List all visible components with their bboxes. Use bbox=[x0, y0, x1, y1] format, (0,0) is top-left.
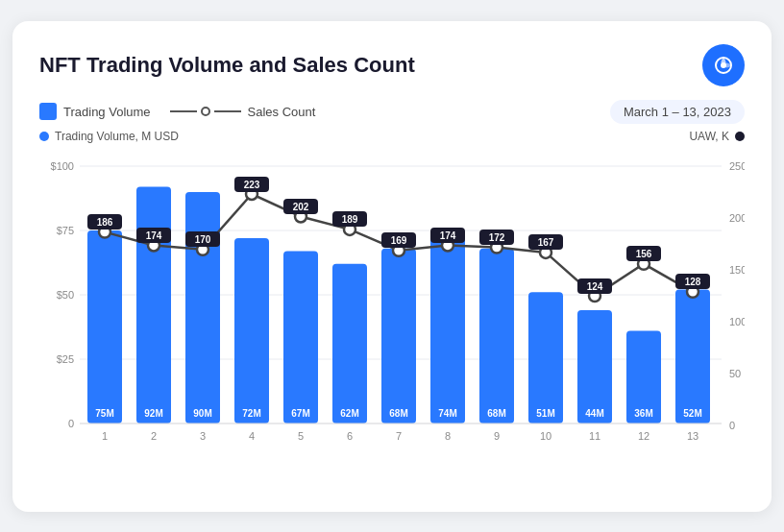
svg-text:67M: 67M bbox=[291, 408, 309, 419]
svg-text:74M: 74M bbox=[438, 408, 456, 419]
svg-text:200: 200 bbox=[729, 212, 745, 224]
svg-text:128: 128 bbox=[685, 277, 701, 287]
svg-text:13: 13 bbox=[687, 430, 698, 442]
svg-text:172: 172 bbox=[489, 232, 505, 243]
svg-text:2: 2 bbox=[151, 430, 157, 442]
svg-text:9: 9 bbox=[494, 430, 500, 442]
svg-text:68M: 68M bbox=[487, 408, 505, 419]
svg-text:0: 0 bbox=[68, 418, 74, 429]
axis-dot-left bbox=[39, 132, 49, 141]
bar-13 bbox=[675, 289, 710, 423]
svg-text:223: 223 bbox=[244, 180, 260, 190]
bar-6 bbox=[332, 263, 367, 423]
legend-trading-volume: Trading Volume bbox=[39, 103, 151, 120]
svg-text:90M: 90M bbox=[193, 408, 211, 419]
svg-text:169: 169 bbox=[391, 235, 407, 246]
legend-left: Trading Volume Sales Count bbox=[39, 103, 315, 120]
svg-text:8: 8 bbox=[445, 430, 451, 442]
svg-text:174: 174 bbox=[146, 230, 162, 241]
svg-text:$75: $75 bbox=[57, 225, 74, 236]
svg-text:186: 186 bbox=[97, 217, 113, 228]
svg-text:10: 10 bbox=[540, 430, 551, 442]
legend-box-icon bbox=[39, 103, 57, 120]
legend-line-icon bbox=[170, 110, 197, 112]
svg-text:250: 250 bbox=[729, 160, 745, 172]
svg-text:92M: 92M bbox=[144, 408, 162, 419]
bar-2 bbox=[136, 186, 171, 423]
axis-labels-row: Trading Volume, M USD UAW, K bbox=[39, 130, 745, 143]
svg-text:$25: $25 bbox=[57, 353, 74, 365]
legend-sales-count-label: Sales Count bbox=[248, 105, 316, 119]
svg-text:150: 150 bbox=[729, 264, 745, 276]
bar-1 bbox=[87, 230, 122, 423]
legend-line-icon2 bbox=[214, 110, 241, 112]
svg-text:51M: 51M bbox=[536, 408, 554, 419]
bar-10 bbox=[528, 292, 563, 423]
chart-svg: $100 $75 $50 $25 0 250 200 150 100 50 0 … bbox=[39, 147, 745, 493]
chart-title: NFT Trading Volume and Sales Count bbox=[39, 53, 415, 78]
svg-text:0: 0 bbox=[729, 420, 735, 431]
svg-text:167: 167 bbox=[538, 237, 554, 248]
legend-sales-count: Sales Count bbox=[170, 105, 316, 119]
svg-text:72M: 72M bbox=[242, 408, 260, 419]
svg-text:7: 7 bbox=[396, 430, 402, 442]
svg-text:52M: 52M bbox=[683, 408, 701, 419]
bar-3 bbox=[185, 192, 220, 423]
svg-text:36M: 36M bbox=[634, 408, 652, 419]
svg-text:5: 5 bbox=[298, 430, 304, 442]
chart-area: $100 $75 $50 $25 0 250 200 150 100 50 0 … bbox=[39, 147, 745, 493]
bar-8 bbox=[430, 232, 465, 423]
chart-card: NFT Trading Volume and Sales Count Tradi… bbox=[12, 21, 772, 512]
legend-trading-volume-label: Trading Volume bbox=[63, 105, 151, 119]
svg-text:12: 12 bbox=[638, 430, 649, 442]
svg-text:75M: 75M bbox=[95, 408, 113, 419]
legend-row: Trading Volume Sales Count March 1 – 13,… bbox=[39, 100, 745, 124]
bar-11 bbox=[577, 310, 612, 423]
axis-dot-right bbox=[735, 132, 745, 141]
logo-icon bbox=[702, 44, 745, 86]
svg-text:$100: $100 bbox=[51, 160, 74, 172]
legend-circle-icon bbox=[201, 107, 210, 116]
svg-text:156: 156 bbox=[636, 249, 652, 259]
svg-text:11: 11 bbox=[589, 430, 600, 442]
bar-5 bbox=[283, 251, 318, 423]
bar-9 bbox=[479, 248, 514, 423]
svg-text:1: 1 bbox=[102, 430, 108, 442]
right-axis-label-text: UAW, K bbox=[689, 130, 729, 143]
svg-text:189: 189 bbox=[342, 214, 358, 225]
svg-text:170: 170 bbox=[195, 234, 211, 245]
axis-label-right: UAW, K bbox=[689, 130, 745, 143]
svg-text:3: 3 bbox=[200, 430, 206, 442]
left-axis-label-text: Trading Volume, M USD bbox=[55, 130, 179, 143]
svg-text:68M: 68M bbox=[389, 408, 407, 419]
bar-4 bbox=[234, 238, 269, 423]
axis-label-left: Trading Volume, M USD bbox=[39, 130, 179, 143]
svg-text:$50: $50 bbox=[57, 289, 74, 301]
svg-text:4: 4 bbox=[249, 430, 255, 442]
date-badge: March 1 – 13, 2023 bbox=[610, 100, 745, 124]
bar-7 bbox=[381, 248, 416, 423]
svg-text:100: 100 bbox=[729, 316, 745, 327]
svg-text:174: 174 bbox=[440, 230, 456, 241]
svg-text:44M: 44M bbox=[585, 408, 603, 419]
header-row: NFT Trading Volume and Sales Count bbox=[39, 44, 745, 86]
svg-text:50: 50 bbox=[729, 368, 741, 379]
svg-text:6: 6 bbox=[347, 430, 353, 442]
svg-text:124: 124 bbox=[587, 281, 603, 292]
svg-text:62M: 62M bbox=[340, 408, 358, 419]
svg-text:202: 202 bbox=[293, 202, 309, 212]
legend-line-container bbox=[170, 107, 241, 116]
